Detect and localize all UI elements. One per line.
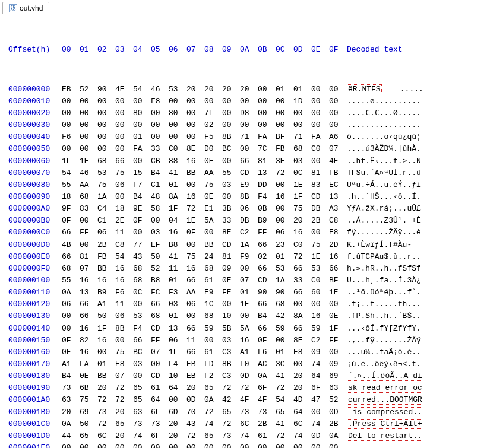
byte[interactable]: 20 [115, 430, 133, 442]
byte[interactable]: 3B [222, 203, 240, 215]
byte[interactable]: 20 [222, 84, 240, 96]
byte[interactable]: 44 [62, 430, 80, 442]
byte[interactable]: EF [151, 239, 169, 251]
byte[interactable]: DD [258, 179, 276, 191]
byte[interactable]: 07 [151, 347, 169, 358]
byte[interactable]: 72 [186, 430, 204, 442]
byte[interactable]: 55 [222, 167, 240, 179]
byte[interactable]: 66 [258, 298, 276, 310]
byte[interactable]: 0F [62, 335, 80, 347]
byte[interactable]: 1D [293, 96, 311, 107]
byte[interactable]: 00 [62, 119, 80, 131]
byte[interactable]: 64 [151, 394, 169, 406]
byte[interactable]: 16 [115, 263, 133, 275]
byte[interactable]: A1 [62, 358, 80, 370]
byte[interactable]: 11 [115, 227, 133, 239]
byte[interactable]: 8B [222, 358, 240, 370]
byte[interactable]: 15 [133, 167, 151, 179]
byte[interactable]: 01 [276, 84, 293, 96]
byte[interactable]: 18 [62, 191, 80, 203]
byte[interactable]: 20 [186, 382, 204, 394]
byte[interactable]: 01 [276, 347, 293, 358]
byte[interactable]: F4 [258, 191, 276, 203]
byte[interactable]: 16 [80, 323, 97, 335]
byte[interactable]: 00 [186, 119, 204, 131]
byte[interactable]: 00 [311, 119, 329, 131]
byte[interactable]: 6D [169, 406, 186, 418]
byte[interactable]: 4D [293, 394, 311, 406]
byte[interactable]: 1F [97, 323, 115, 335]
byte[interactable]: 03 [169, 298, 186, 310]
byte[interactable]: 00 [204, 442, 222, 448]
byte[interactable]: CD [151, 323, 169, 335]
byte[interactable]: 0F [133, 215, 151, 227]
byte[interactable]: 00 [133, 227, 151, 239]
byte[interactable]: 20 [293, 370, 311, 382]
byte[interactable]: 74 [311, 358, 329, 370]
byte[interactable]: 00 [204, 335, 222, 347]
byte[interactable]: 61 [258, 430, 276, 442]
byte[interactable]: F4 [133, 323, 151, 335]
byte[interactable]: 42 [276, 310, 293, 322]
byte[interactable]: 0F [258, 335, 276, 347]
byte[interactable]: 00 [311, 442, 329, 448]
byte[interactable]: 00 [186, 310, 204, 322]
byte[interactable]: 72 [115, 382, 133, 394]
byte[interactable]: FC [151, 287, 169, 298]
byte[interactable]: 20 [169, 430, 186, 442]
byte[interactable]: 72 [293, 251, 311, 263]
byte[interactable]: 00 [258, 442, 276, 448]
byte[interactable]: 00 [293, 119, 311, 131]
byte[interactable]: 01 [169, 275, 186, 287]
byte[interactable]: 00 [97, 131, 115, 143]
byte[interactable]: 50 [80, 418, 97, 430]
byte[interactable]: 8B [222, 131, 240, 143]
byte[interactable]: 72 [115, 394, 133, 406]
byte[interactable]: 0A [258, 370, 276, 382]
byte[interactable]: 61 [204, 275, 222, 287]
byte[interactable]: 66 [62, 251, 80, 263]
byte[interactable]: 41 [276, 370, 293, 382]
byte[interactable]: 65 [276, 406, 293, 418]
byte[interactable]: 80 [133, 107, 151, 119]
byte[interactable]: 13 [258, 167, 276, 179]
byte[interactable]: 00 [133, 155, 151, 167]
byte[interactable]: 06 [115, 310, 133, 322]
byte[interactable]: 72 [240, 382, 258, 394]
byte[interactable]: 72 [276, 167, 293, 179]
byte[interactable]: 66 [258, 263, 276, 275]
byte[interactable]: F6 [115, 287, 133, 298]
byte[interactable]: 00 [97, 442, 115, 448]
byte[interactable]: 00 [80, 96, 97, 107]
byte[interactable]: 5B [222, 323, 240, 335]
byte[interactable]: 55 [62, 275, 80, 287]
byte[interactable]: A1 [97, 298, 115, 310]
byte[interactable]: C2 [240, 227, 258, 239]
byte[interactable]: 00 [311, 107, 329, 119]
byte[interactable]: 00 [80, 442, 97, 448]
byte[interactable]: 03 [222, 179, 240, 191]
byte[interactable]: 53 [133, 310, 151, 322]
byte[interactable]: 2D [329, 239, 347, 251]
byte[interactable]: 66 [258, 239, 276, 251]
byte[interactable]: B9 [258, 215, 276, 227]
byte[interactable]: 0E [222, 275, 240, 287]
byte[interactable]: 00 [222, 119, 240, 131]
byte[interactable]: CD [311, 191, 329, 203]
byte[interactable]: 01 [293, 84, 311, 96]
byte[interactable]: 00 [240, 119, 258, 131]
byte[interactable]: 1A [276, 275, 293, 287]
byte[interactable]: 41 [276, 418, 293, 430]
byte[interactable]: 68 [293, 143, 311, 155]
byte[interactable]: CD [240, 167, 258, 179]
byte[interactable]: 63 [62, 394, 80, 406]
byte[interactable]: 00 [329, 347, 347, 358]
byte[interactable]: FB [97, 251, 115, 263]
byte[interactable]: 13 [80, 287, 97, 298]
byte[interactable]: 6F [151, 430, 169, 442]
byte[interactable]: A3 [329, 203, 347, 215]
byte[interactable]: 00 [151, 119, 169, 131]
byte[interactable]: 00 [293, 358, 311, 370]
byte[interactable]: 00 [115, 107, 133, 119]
byte[interactable]: 68 [62, 263, 80, 275]
